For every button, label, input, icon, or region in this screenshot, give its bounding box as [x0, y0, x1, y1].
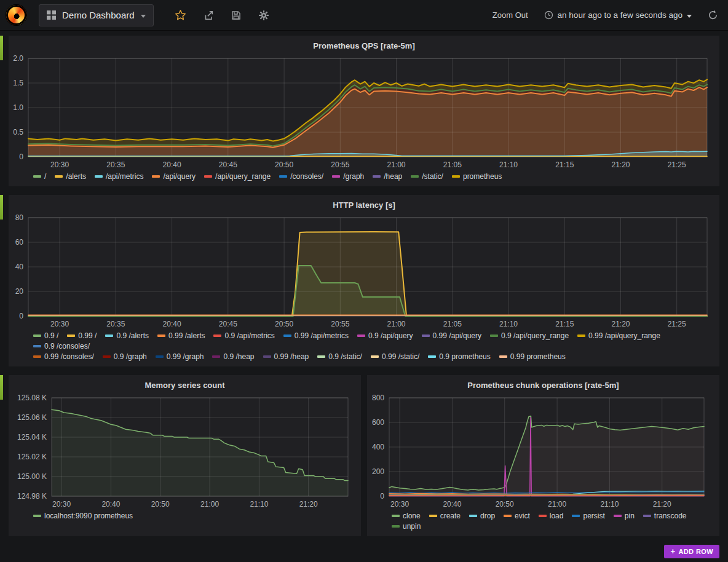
legend-item[interactable]: 0.9 /	[33, 331, 58, 340]
legend-item[interactable]: 0.9 prometheus	[428, 352, 490, 361]
qps-chart[interactable]: 00.51.01.52.020:3020:3520:4020:4520:5020…	[9, 52, 719, 170]
zoom-out-button[interactable]: Zoom Out	[493, 10, 528, 20]
legend-item[interactable]: /api/query_range	[204, 172, 271, 181]
legend-item[interactable]: 0.99 /static/	[371, 352, 419, 361]
series-label: /static/	[422, 172, 443, 181]
series-label: evict	[515, 512, 530, 520]
svg-text:125.04 K: 125.04 K	[17, 433, 47, 441]
legend-item[interactable]: 0.9 /consoles/	[33, 342, 90, 350]
legend-item[interactable]: /	[33, 172, 46, 181]
svg-text:20:35: 20:35	[106, 160, 125, 169]
legend-item[interactable]: 0.99 /api/query_range	[577, 331, 660, 340]
series-label: 0.9 /graph	[114, 352, 147, 361]
legend-item[interactable]: load	[539, 512, 564, 520]
legend-item[interactable]: persist	[572, 512, 604, 520]
series-color-swatch	[392, 525, 400, 528]
series-color-swatch	[428, 355, 436, 358]
dashboard-row-2: HTTP latency [s] 02040608020:3020:3520:4…	[0, 195, 719, 366]
svg-text:20:50: 20:50	[151, 500, 170, 509]
add-row-button[interactable]: + ADD ROW	[664, 545, 719, 558]
share-button[interactable]	[203, 10, 214, 21]
svg-text:21:20: 21:20	[611, 160, 630, 169]
settings-button[interactable]	[258, 10, 269, 21]
series-color-swatch	[614, 515, 622, 517]
legend-item[interactable]: /graph	[332, 172, 364, 181]
legend-item[interactable]: /heap	[373, 172, 402, 181]
series-label: /	[44, 172, 46, 181]
svg-text:21:05: 21:05	[443, 320, 462, 328]
memory-series-chart[interactable]: 124.98 K125.00 K125.02 K125.04 K125.06 K…	[9, 392, 362, 510]
svg-text:21:15: 21:15	[555, 160, 574, 169]
legend-item[interactable]: 0.99 /api/query	[422, 331, 481, 340]
panel-title[interactable]: Prometheus QPS [rate-5m]	[9, 36, 719, 52]
legend-item[interactable]: /static/	[411, 172, 443, 181]
refresh-button[interactable]	[708, 10, 718, 20]
legend-item[interactable]: transcode	[643, 512, 687, 520]
legend-item[interactable]: 0.99 /graph	[156, 352, 204, 361]
legend-item[interactable]: 0.99 prometheus	[499, 352, 566, 361]
legend-item[interactable]: /api/query	[152, 172, 196, 181]
legend-item[interactable]: drop	[469, 512, 495, 520]
dashboard-picker-button[interactable]: Demo Dashboard	[39, 4, 154, 26]
series-color-swatch	[103, 355, 111, 358]
series-label: 0.9 /alerts	[116, 331, 149, 340]
legend-item[interactable]: clone	[392, 512, 421, 520]
series-color-swatch	[357, 334, 365, 337]
series-label: 0.9 /	[44, 331, 58, 340]
row-collapse-handle[interactable]	[0, 36, 3, 60]
time-picker-button[interactable]: an hour ago to a few seconds ago	[544, 10, 692, 20]
series-color-swatch	[55, 175, 63, 178]
gear-icon	[258, 10, 269, 21]
star-button[interactable]	[175, 9, 186, 21]
series-color-swatch	[392, 515, 400, 517]
svg-text:21:25: 21:25	[668, 160, 686, 169]
legend-item[interactable]: 0.9 /graph	[103, 352, 147, 361]
legend-item[interactable]: pin	[614, 512, 635, 520]
row-collapse-handle[interactable]	[0, 195, 3, 220]
legend-item[interactable]: unpin	[392, 522, 421, 531]
series-color-swatch	[371, 355, 379, 358]
row-collapse-handle[interactable]	[0, 375, 3, 400]
svg-text:21:00: 21:00	[387, 320, 405, 328]
legend-item[interactable]: 0.9 /api/metrics	[213, 331, 274, 340]
legend-item[interactable]: 0.9 /api/query	[357, 331, 413, 340]
legend-item[interactable]: 0.9 /alerts	[105, 331, 149, 340]
legend-item[interactable]: 0.99 /consoles/	[33, 352, 94, 361]
series-label: drop	[480, 512, 495, 520]
legend-item[interactable]: 0.99 /api/metrics	[283, 331, 349, 340]
panel-title[interactable]: Memory series count	[9, 375, 361, 392]
chunk-operations-chart[interactable]: 020040060080020:3020:4020:5021:0021:1021…	[367, 392, 719, 510]
legend-item[interactable]: prometheus	[452, 172, 502, 181]
series-color-swatch	[317, 355, 325, 358]
navbar: Demo Dashboard	[0, 0, 728, 31]
series-color-swatch	[152, 175, 160, 178]
svg-text:400: 400	[372, 443, 384, 451]
legend-item[interactable]: localhost:9090 prometheus	[33, 512, 133, 520]
legend-item[interactable]: 0.9 /heap	[212, 352, 254, 361]
legend-item[interactable]: 0.9 /static/	[317, 352, 362, 361]
series-color-swatch	[279, 175, 287, 178]
svg-text:800: 800	[372, 394, 384, 402]
legend-item[interactable]: 0.99 /alerts	[157, 331, 205, 340]
svg-text:21:15: 21:15	[555, 320, 574, 328]
legend-item[interactable]: 0.99 /heap	[263, 352, 309, 361]
series-color-swatch	[33, 345, 41, 347]
panel-title[interactable]: HTTP latency [s]	[9, 195, 719, 212]
grafana-logo-icon[interactable]	[6, 5, 26, 25]
save-button[interactable]	[231, 10, 242, 21]
series-label: /graph	[343, 172, 364, 181]
legend-item[interactable]: /alerts	[55, 172, 86, 181]
legend-item[interactable]: 0.9 /api/query_range	[490, 331, 569, 340]
legend-item[interactable]: create	[429, 512, 461, 520]
legend-item[interactable]: 0.99 /	[67, 331, 97, 340]
legend-item[interactable]: evict	[504, 512, 530, 520]
legend-item[interactable]: /api/metrics	[95, 172, 143, 181]
legend-item[interactable]: /consoles/	[279, 172, 323, 181]
series-color-swatch	[577, 334, 585, 337]
http-latency-chart[interactable]: 02040608020:3020:3520:4020:4520:5020:552…	[9, 212, 719, 330]
caret-down-icon	[141, 15, 146, 18]
series-label: 0.99 prometheus	[510, 352, 566, 361]
series-label: 0.9 /static/	[328, 352, 362, 361]
svg-text:21:20: 21:20	[653, 500, 671, 509]
panel-title[interactable]: Prometheus chunk operations [rate-5m]	[367, 375, 719, 392]
